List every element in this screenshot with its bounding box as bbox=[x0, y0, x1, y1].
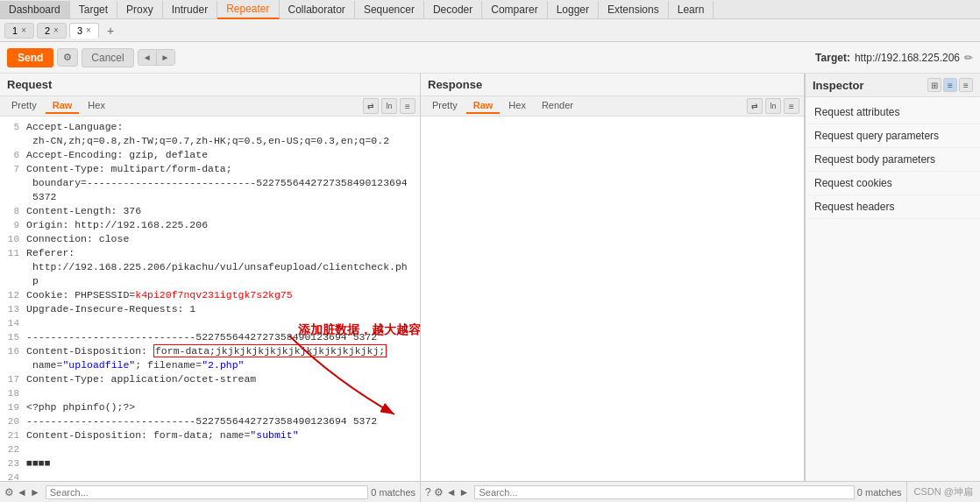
cookie-value: k4pi20f7nqv231igtgk7s2kg75 bbox=[135, 289, 292, 300]
inspector-headers[interactable]: Request headers bbox=[806, 195, 980, 219]
request-settings-icon[interactable]: ⚙ bbox=[4, 486, 14, 498]
request-forward-icon[interactable]: ► bbox=[30, 486, 40, 498]
tab-2[interactable]: 2 × bbox=[37, 23, 67, 39]
request-wrap-icon[interactable]: ⇄ bbox=[363, 98, 379, 114]
tab-add-button[interactable]: + bbox=[102, 22, 119, 39]
settings-button[interactable]: ⚙ bbox=[57, 48, 78, 67]
request-search-input[interactable] bbox=[46, 485, 368, 499]
code-line-15: 15 ----------------------------522755644… bbox=[0, 330, 420, 344]
tab-1-close[interactable]: × bbox=[21, 25, 26, 35]
nav-comparer[interactable]: Comparer bbox=[482, 1, 547, 18]
nav-sequencer[interactable]: Sequencer bbox=[355, 1, 424, 18]
nav-logger[interactable]: Logger bbox=[548, 1, 599, 18]
response-bottom-section: ? ⚙ ◄ ► 0 matches bbox=[421, 482, 907, 502]
inspector-title: Inspector bbox=[813, 79, 864, 92]
response-panel: Response Pretty Raw Hex Render ⇄ ln ≡ bbox=[421, 74, 805, 481]
inspector-grid-icon[interactable]: ⊞ bbox=[927, 78, 941, 92]
response-forward-icon[interactable]: ► bbox=[459, 486, 470, 498]
tab-3[interactable]: 3 × bbox=[69, 23, 99, 39]
filename-name-value: "uploadfile" bbox=[62, 359, 135, 371]
cancel-button[interactable]: Cancel bbox=[82, 48, 133, 67]
send-button[interactable]: Send bbox=[7, 48, 53, 67]
nav-next-button[interactable]: ► bbox=[157, 50, 174, 65]
response-back-icon[interactable]: ◄ bbox=[446, 486, 457, 498]
code-line-7b: boundary=----------------------------522… bbox=[0, 176, 420, 190]
response-menu-icon[interactable]: ≡ bbox=[784, 98, 799, 114]
request-code-area[interactable]: 5 Accept-Language: zh-CN,zh;q=0.8,zh-TW;… bbox=[0, 117, 420, 481]
code-line-18: 18 bbox=[0, 386, 420, 400]
code-line-24: 24 bbox=[0, 470, 420, 481]
response-panel-tabs: Pretty Raw Hex Render ⇄ ln ≡ bbox=[421, 96, 804, 117]
code-line-17: 17 Content-Type: application/octet-strea… bbox=[0, 372, 420, 386]
response-code-area[interactable] bbox=[421, 117, 804, 481]
nav-prev-button[interactable]: ◄ bbox=[138, 50, 157, 65]
response-tab-pretty[interactable]: Pretty bbox=[425, 98, 465, 114]
tab-3-close[interactable]: × bbox=[86, 25, 91, 35]
code-line-6: 6 Accept-Encoding: gzip, deflate bbox=[0, 148, 420, 162]
inspector-body-parameters[interactable]: Request body parameters bbox=[806, 148, 980, 172]
response-wrap-icon[interactable]: ⇄ bbox=[747, 98, 763, 114]
tab-2-close[interactable]: × bbox=[53, 25, 59, 35]
code-line-20: 20 ----------------------------522755644… bbox=[0, 414, 420, 428]
response-tab-hex[interactable]: Hex bbox=[501, 98, 533, 114]
request-panel-header: Request bbox=[0, 74, 420, 96]
request-back-icon[interactable]: ◄ bbox=[17, 486, 27, 498]
toolbar-left: Send ⚙ Cancel ◄ ► bbox=[7, 48, 175, 67]
inspector-header: Inspector ⊞ ≡ ≡ bbox=[806, 74, 980, 97]
tab-2-label: 2 bbox=[45, 25, 50, 36]
response-help-icon[interactable]: ? bbox=[425, 486, 431, 498]
nav-repeater[interactable]: Repeater bbox=[217, 0, 279, 19]
inspector-icons: ⊞ ≡ ≡ bbox=[927, 78, 973, 92]
toolbar: Send ⚙ Cancel ◄ ► Target: http://192.168… bbox=[0, 42, 980, 74]
request-bottom-section: ⚙ ◄ ► 0 matches bbox=[0, 482, 421, 502]
code-line-8: 8 Content-Length: 376 bbox=[0, 204, 420, 218]
inspector-request-attributes[interactable]: Request attributes bbox=[806, 101, 980, 124]
response-tab-render[interactable]: Render bbox=[535, 98, 580, 114]
request-matches-count: 0 matches bbox=[371, 487, 415, 498]
top-navigation: Dashboard Target Proxy Intruder Repeater… bbox=[0, 0, 980, 19]
nav-extensions[interactable]: Extensions bbox=[599, 1, 669, 18]
inspector-query-parameters[interactable]: Request query parameters bbox=[806, 124, 980, 148]
request-tab-pretty[interactable]: Pretty bbox=[4, 98, 44, 114]
code-line-7: 7 Content-Type: multipart/form-data; bbox=[0, 162, 420, 176]
response-panel-header: Response bbox=[421, 74, 804, 96]
inspector-menu-icon[interactable]: ≡ bbox=[959, 78, 973, 92]
inspector-cookies[interactable]: Request cookies bbox=[806, 172, 980, 195]
code-line-21: 21 Content-Disposition: form-data; name=… bbox=[0, 428, 420, 442]
request-panel-tabs: Pretty Raw Hex ⇄ ln ≡ bbox=[0, 96, 420, 117]
csdn-attribution: CSDN @坤扁 bbox=[907, 485, 980, 498]
tab-1[interactable]: 1 × bbox=[4, 23, 34, 39]
highlight-box-content: form-data;jkjkjkjkjkjkjkjkjkjkjkjkjkj; bbox=[153, 344, 387, 357]
response-settings-icon[interactable]: ⚙ bbox=[434, 486, 444, 498]
code-line-7c: 5372 bbox=[0, 190, 420, 204]
inspector-list-icon[interactable]: ≡ bbox=[943, 78, 957, 92]
code-line-5b: zh-CN,zh;q=0.8,zh-TW;q=0.7,zh-HK;q=0.5,e… bbox=[0, 134, 420, 148]
nav-intruder[interactable]: Intruder bbox=[163, 1, 217, 18]
bottom-bar: ⚙ ◄ ► 0 matches ? ⚙ ◄ ► 0 matches CSDN @… bbox=[0, 481, 980, 502]
code-line-14: 14 bbox=[0, 316, 420, 330]
response-matches-count: 0 matches bbox=[857, 487, 902, 498]
response-ln-icon[interactable]: ln bbox=[765, 98, 781, 114]
nav-decoder[interactable]: Decoder bbox=[424, 1, 482, 18]
code-line-11b: http://192.168.225.206/pikachu/vul/unsaf… bbox=[0, 260, 420, 274]
nav-dashboard[interactable]: Dashboard bbox=[0, 1, 70, 18]
response-tab-raw[interactable]: Raw bbox=[466, 98, 501, 114]
inspector-panel: Inspector ⊞ ≡ ≡ Request attributes Reque… bbox=[805, 74, 980, 481]
nav-proxy[interactable]: Proxy bbox=[117, 1, 163, 18]
request-menu-icon[interactable]: ≡ bbox=[400, 98, 415, 114]
main-area: Request Pretty Raw Hex ⇄ ln ≡ 5 Accept-L… bbox=[0, 74, 980, 481]
code-line-12: 12 Cookie: PHPSESSID=k4pi20f7nqv231igtgk… bbox=[0, 288, 420, 302]
nav-target[interactable]: Target bbox=[70, 1, 117, 18]
request-tab-raw[interactable]: Raw bbox=[46, 98, 80, 114]
edit-target-icon[interactable]: ✏ bbox=[964, 52, 973, 64]
code-line-22: 22 bbox=[0, 442, 420, 456]
nav-collaborator[interactable]: Collaborator bbox=[280, 1, 355, 18]
code-line-23: 23 ■■■■ bbox=[0, 456, 420, 470]
code-line-16: 16 Content-Disposition: form-data;jkjkjk… bbox=[0, 344, 420, 358]
request-ln-icon[interactable]: ln bbox=[381, 98, 397, 114]
response-search-input[interactable] bbox=[474, 485, 854, 499]
nav-learn[interactable]: Learn bbox=[669, 1, 714, 18]
request-tab-hex[interactable]: Hex bbox=[81, 98, 112, 114]
inspector-items: Request attributes Request query paramet… bbox=[806, 97, 980, 223]
target-url: http://192.168.225.206 bbox=[855, 52, 960, 64]
